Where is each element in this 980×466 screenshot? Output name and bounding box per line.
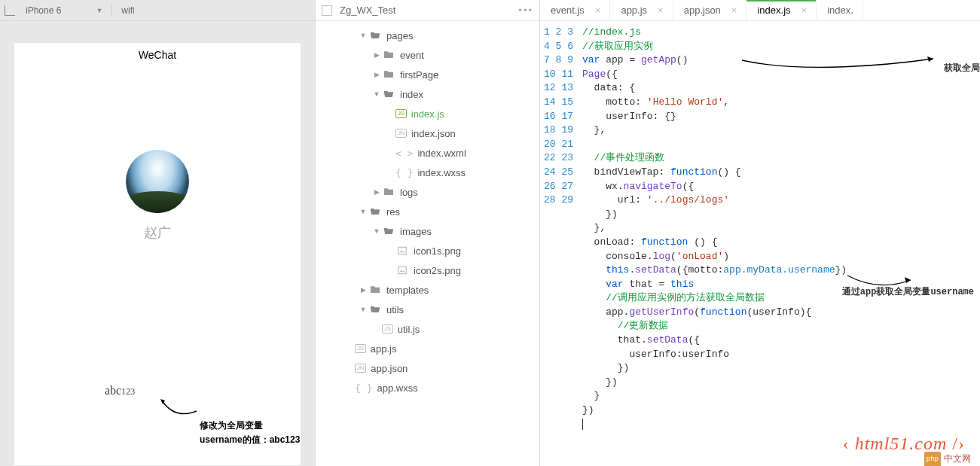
close-icon[interactable]: × xyxy=(801,5,808,16)
wxml-icon: < > xyxy=(395,148,413,159)
twisty-icon[interactable]: ▶ xyxy=(358,286,368,294)
code-annotation-1: 获取全局app xyxy=(944,62,980,76)
phone-preview: WeChat 赵广 abc123 修改为全局变量username的值：abc12… xyxy=(14,42,301,466)
folder-icon xyxy=(368,283,382,297)
simulator-panel: iPhone 6 ▼ wifi WeChat 赵广 abc123 修改为全局变量… xyxy=(0,0,316,466)
node-label: templates xyxy=(386,285,429,296)
motto-text: abc123 xyxy=(105,384,135,397)
file-node[interactable]: { }index.wxss xyxy=(316,163,539,182)
folder-node[interactable]: ▶templates xyxy=(316,280,539,300)
node-label: util.js xyxy=(398,324,420,335)
avatar[interactable] xyxy=(126,150,189,213)
file-node[interactable]: { }app.wxss xyxy=(316,378,539,397)
twisty-icon[interactable]: ▼ xyxy=(358,306,368,313)
node-label: firstPage xyxy=(400,69,438,81)
node-label: pages xyxy=(386,30,413,41)
node-label: icon2s.png xyxy=(414,265,461,276)
node-label: icon1s.png xyxy=(414,245,461,257)
node-label: app.json xyxy=(371,363,408,374)
wxss-icon: { } xyxy=(355,382,372,394)
node-label: images xyxy=(400,226,432,237)
folder-open-icon xyxy=(368,29,382,42)
twisty-icon[interactable]: ▼ xyxy=(358,208,368,215)
twisty-icon[interactable]: ▶ xyxy=(371,71,382,78)
editor-tab[interactable]: event.js× xyxy=(540,0,610,20)
twisty-icon[interactable]: ▶ xyxy=(371,188,382,196)
code-area[interactable]: 1 2 3 4 5 6 7 8 9 10 11 12 13 14 15 16 1… xyxy=(540,21,980,466)
node-label: app.wxss xyxy=(377,382,417,394)
folder-open-icon xyxy=(368,303,382,316)
twisty-icon[interactable]: ▶ xyxy=(371,51,382,59)
folder-icon xyxy=(382,185,395,199)
file-node[interactable]: < >index.wxml xyxy=(316,143,539,163)
file-node[interactable]: JSutil.js xyxy=(316,319,539,339)
file-badge-icon: JN xyxy=(395,129,407,138)
folder-node[interactable]: ▼utils xyxy=(316,300,539,319)
explorer-icon[interactable] xyxy=(322,5,332,16)
project-name: Zg_WX_Test xyxy=(340,5,395,16)
file-badge-icon: JS xyxy=(382,324,393,334)
tab-label: app.json xyxy=(684,5,721,16)
folder-node[interactable]: ▶event xyxy=(316,45,539,65)
network-select[interactable]: wifi xyxy=(115,4,140,17)
node-label: index.json xyxy=(411,128,456,139)
folder-open-icon xyxy=(368,205,382,218)
node-label: logs xyxy=(400,187,418,198)
tab-label: index.js xyxy=(757,5,790,16)
chevron-down-icon: ▼ xyxy=(96,7,102,14)
more-icon[interactable]: ••• xyxy=(518,5,533,16)
explorer-panel: Zg_WX_Test ••• ▼pages▶event▶firstPage▼in… xyxy=(316,0,540,466)
node-label: index xyxy=(400,89,423,100)
simulator-toolbar: iPhone 6 ▼ wifi xyxy=(0,0,315,21)
node-label: app.js xyxy=(371,343,397,355)
folder-icon xyxy=(382,68,395,81)
file-badge-icon: JS xyxy=(395,109,407,118)
folder-node[interactable]: ▼images xyxy=(316,221,539,241)
folder-node[interactable]: ▶logs xyxy=(316,182,539,202)
file-node[interactable]: icon1s.png xyxy=(316,241,539,260)
folder-open-icon xyxy=(382,87,395,101)
file-badge-icon: JS xyxy=(355,344,366,353)
node-label: index.wxss xyxy=(417,167,466,178)
image-icon xyxy=(395,244,409,257)
editor-tab[interactable]: app.js× xyxy=(610,0,673,20)
editor-tab[interactable]: app.json× xyxy=(673,0,747,20)
file-node[interactable]: JNapp.json xyxy=(316,358,539,378)
node-label: utils xyxy=(386,304,404,315)
editor-tab[interactable]: index.js× xyxy=(746,0,817,20)
folder-open-icon xyxy=(382,224,395,238)
file-node[interactable]: JNindex.json xyxy=(316,123,539,143)
annotation-arrow-icon xyxy=(740,54,936,72)
folder-node[interactable]: ▼index xyxy=(316,84,539,104)
crop-icon[interactable] xyxy=(5,5,15,16)
wxss-icon: { } xyxy=(395,167,413,178)
close-icon[interactable]: × xyxy=(595,5,601,16)
twisty-icon[interactable]: ▼ xyxy=(371,90,382,98)
node-label: event xyxy=(400,50,424,61)
network-label: wifi xyxy=(121,5,134,16)
folder-node[interactable]: ▶firstPage xyxy=(316,65,539,84)
node-label: index.js xyxy=(411,108,444,120)
code-lines[interactable]: //index.js //获取应用实例 var app = getApp() P… xyxy=(582,26,980,431)
tab-label: event.js xyxy=(551,5,585,16)
device-select[interactable]: iPhone 6 ▼ xyxy=(20,4,108,17)
nickname: 赵广 xyxy=(14,224,301,242)
node-label: res xyxy=(386,206,400,218)
folder-node[interactable]: ▼pages xyxy=(316,26,539,45)
editor-panel: event.js×app.js×app.json×index.js×index.… xyxy=(540,0,980,466)
close-icon[interactable]: × xyxy=(658,5,664,16)
app-title: WeChat xyxy=(14,43,301,67)
tab-label: index. xyxy=(827,5,853,16)
code-content[interactable]: //index.js //获取应用实例 var app = getApp() P… xyxy=(582,21,980,466)
simulator-annotation: 修改为全局变量username的值：abc123 xyxy=(200,419,301,447)
folder-node[interactable]: ▼res xyxy=(316,202,539,221)
file-node[interactable]: JSindex.js xyxy=(316,104,539,123)
file-node[interactable]: icon2s.png xyxy=(316,260,539,280)
file-node[interactable]: JSapp.js xyxy=(316,339,539,358)
editor-tab[interactable]: index. xyxy=(817,0,863,20)
explorer-header: Zg_WX_Test ••• xyxy=(316,0,539,21)
twisty-icon[interactable]: ▼ xyxy=(358,32,368,39)
close-icon[interactable]: × xyxy=(731,5,737,16)
twisty-icon[interactable]: ▼ xyxy=(371,227,382,235)
watermark-small: php中文网 xyxy=(924,452,971,466)
